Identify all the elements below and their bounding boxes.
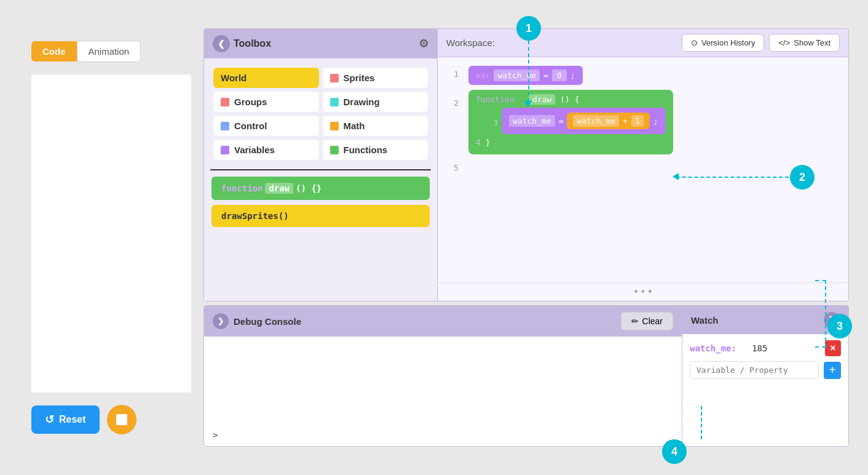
category-world-label: World [221,73,247,83]
show-text-button[interactable]: </> Show Text [769,34,840,52]
reset-label: Reset [59,414,86,425]
line-num-5: 5 [449,159,459,172]
pencil-icon: ✏ [631,316,639,326]
annotation-2-line [676,177,789,178]
debug-body: > [204,337,682,446]
fn-block-wrapper: function draw () { 3 watch_me [468,90,673,154]
collapse-icon: ❯ [218,317,224,325]
watch-add-button[interactable]: + [824,362,841,379]
code-brackets-icon: </> [778,38,790,47]
functions-dot [330,146,339,154]
watch-title: Watch [691,315,718,325]
fn-draw-name: draw [529,94,555,105]
workspace-header: Workspace: ⊙ Version History </> Show Te… [438,29,848,57]
code-block-assign[interactable]: watch_me = watch_me + 1 ; [502,108,666,134]
var-name: watch_me [494,70,540,81]
category-groups-label: Groups [234,97,267,107]
annotation-3-bracket [815,280,826,348]
toolbox-categories: World Sprites Groups [204,58,437,169]
code-line-2-4: 2 function draw () { [449,90,837,154]
category-drawing[interactable]: Drawing [323,92,428,112]
block-draw-function[interactable]: function draw () {} [211,177,430,200]
watch-delete-button[interactable]: × [825,340,841,356]
watch-add-row: + [690,361,841,379]
category-groups[interactable]: Groups [213,92,319,112]
category-math-label: Math [344,121,365,131]
control-dot [221,122,229,130]
fn-top-line: function draw () { [476,95,666,104]
annotation-1-arrow [524,101,532,107]
code-block-var[interactable]: var watch_me = 0 ; [468,66,583,85]
workspace-panel: Workspace: ⊙ Version History </> Show Te… [438,29,848,301]
preview-area [31,74,191,393]
debug-collapse-button[interactable]: ❯ [213,313,229,329]
category-math[interactable]: Math [323,116,428,136]
var-equals: = [543,71,548,80]
version-history-button[interactable]: ⊙ Version History [682,34,764,52]
show-text-label: Show Text [794,38,831,47]
stop-icon [116,414,127,425]
watch-var-name: watch_me: [690,343,736,353]
bottom-controls: ↺ Reset [31,405,191,434]
workspace-code-area: 1 var watch_me = 0 ; 2 [438,57,848,282]
workspace-resize-handle[interactable]: • • • [438,282,848,301]
toolbox-header: ❮ Toolbox ⚙ [204,29,437,58]
category-world[interactable]: World [213,68,319,88]
line-num-2: 2 [449,95,459,108]
drawing-dot [330,98,339,106]
toolbox-nav: ❮ Toolbox [213,35,271,52]
debug-title: Debug Console [234,316,301,327]
rhs-plus: + [623,116,628,126]
groups-dot [221,98,229,106]
watch-input[interactable] [690,361,819,379]
category-functions[interactable]: Functions [323,140,428,160]
annotation-4: 4 [662,439,687,464]
rhs-var: watch_me [573,115,619,127]
sprites-dot [330,74,339,82]
debug-header: ❯ Debug Console ✏ Clear [204,306,682,337]
clear-label: Clear [642,316,663,326]
tab-animation[interactable]: Animation [77,41,141,62]
var-keyword: var [476,71,490,80]
var-semicolon: ; [570,71,575,80]
toolbox-blocks: function draw () {} drawSprites() [204,170,437,233]
annotation-2: 2 [790,165,815,190]
annotation-3: 3 [827,314,852,338]
line-num-1: 1 [449,66,459,79]
line-num-3: 3 [488,114,498,127]
category-sprites[interactable]: Sprites [323,68,428,88]
toolbox-title: Toolbox [234,38,271,49]
fn-close: 4 } [476,138,666,147]
category-variables[interactable]: Variables [213,140,319,160]
reset-button[interactable]: ↺ Reset [31,405,100,434]
line-num-4: 4 [476,138,481,147]
debug-console-panel: ❯ Debug Console ✏ Clear > [204,306,682,446]
annotation-1: 1 [516,16,541,41]
assign-semi: ; [653,116,658,126]
workspace-buttons: ⊙ Version History </> Show Text [682,34,840,52]
tab-bar: Code Animation [31,41,191,62]
watch-value: watch_me: 185 [690,343,767,353]
tab-code[interactable]: Code [31,41,77,62]
watch-var-value: 185 [752,343,767,353]
annotation-2-arrow [673,173,679,180]
block-draw-sprites[interactable]: drawSprites() [211,205,430,227]
fn-outer-block[interactable]: function draw () { 3 watch_me [468,90,673,154]
toolbox-back-button[interactable]: ❮ [213,35,230,52]
category-control[interactable]: Control [213,116,319,136]
gear-icon[interactable]: ⚙ [419,37,428,50]
back-icon: ❮ [218,39,225,49]
fn-brace-close: } [486,138,491,147]
fn-keyword: function [476,95,515,104]
code-line-1: 1 var watch_me = 0 ; [449,66,837,85]
toolbox-panel: ❮ Toolbox ⚙ World [204,29,438,301]
debug-header-left: ❯ Debug Console [213,313,301,329]
clear-button[interactable]: ✏ Clear [621,312,673,330]
code-line-3-inner: 3 watch_me = watch_me + 1 [488,108,666,134]
fn-name-box: draw [265,183,293,194]
variables-dot [221,146,229,154]
debug-prompt[interactable]: > [213,430,218,440]
plus-icon: + [829,363,836,377]
clock-icon: ⊙ [691,38,698,47]
stop-button[interactable] [107,405,136,434]
